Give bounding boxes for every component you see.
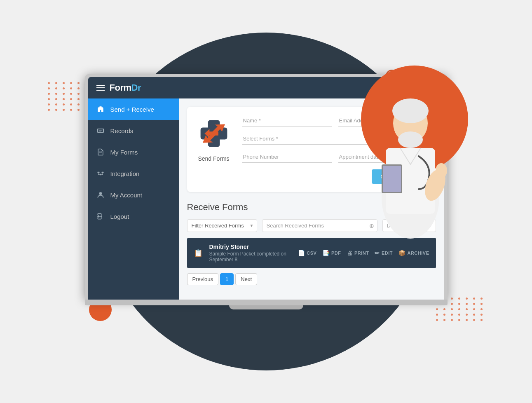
table-row: 📋 Dmitriy Stoner Sample Form Packet comp… bbox=[187, 238, 436, 268]
svg-rect-10 bbox=[101, 172, 103, 173]
send-forms-logo: Send Forms bbox=[195, 115, 232, 162]
edit-button[interactable]: ✏ EDIT bbox=[375, 250, 393, 256]
csv-label: CSV bbox=[307, 251, 316, 255]
sidebar-item-my-forms[interactable]: My Forms bbox=[88, 141, 179, 163]
svg-rect-9 bbox=[97, 172, 99, 173]
csv-button[interactable]: 📄 CSV bbox=[298, 250, 317, 256]
print-button[interactable]: 🖨 PRINT bbox=[347, 250, 369, 256]
sidebar-label-send-receive: Send + Receive bbox=[110, 106, 154, 113]
pdf-label: PDF bbox=[331, 251, 341, 255]
next-button[interactable]: Next bbox=[235, 273, 257, 285]
page-1-button[interactable]: 1 bbox=[220, 273, 234, 285]
svg-rect-11 bbox=[99, 174, 101, 175]
name-field bbox=[242, 115, 332, 127]
print-icon: 🖨 bbox=[347, 250, 353, 256]
sidebar-label-my-account: My Account bbox=[110, 192, 143, 199]
my-forms-icon bbox=[96, 148, 105, 156]
phone-input[interactable] bbox=[242, 151, 332, 163]
archive-label: ARCHIVE bbox=[407, 251, 429, 255]
doctor-area bbox=[353, 66, 468, 239]
sidebar-item-send-receive[interactable]: Send + Receive bbox=[88, 98, 179, 120]
pagination: Previous 1 Next bbox=[187, 273, 436, 285]
pdf-icon: 📑 bbox=[322, 250, 330, 256]
row-form-sub: Sample Form Packet completed on Septembe… bbox=[209, 251, 291, 262]
sidebar-item-records[interactable]: Records bbox=[88, 120, 179, 141]
sidebar-label-my-forms: My Forms bbox=[110, 149, 138, 156]
row-patient-name: Dmitriy Stoner bbox=[209, 244, 291, 250]
app-logo: FormDr bbox=[110, 82, 141, 93]
archive-button[interactable]: 📦 ARCHIVE bbox=[398, 250, 429, 256]
previous-button[interactable]: Previous bbox=[187, 273, 219, 285]
formdr-send-icon bbox=[195, 115, 232, 152]
row-form-icon: 📋 bbox=[194, 248, 203, 258]
sidebar-item-integration[interactable]: Integration bbox=[88, 163, 179, 184]
edit-icon: ✏ bbox=[375, 250, 380, 256]
sidebar-item-my-account[interactable]: My Account bbox=[88, 184, 179, 206]
name-input[interactable] bbox=[242, 115, 332, 127]
sidebar-item-logout[interactable]: Logout bbox=[88, 206, 179, 227]
my-account-icon bbox=[96, 191, 105, 199]
logout-icon bbox=[96, 212, 105, 220]
svg-rect-8 bbox=[383, 166, 401, 192]
filter-select-wrapper: Filter Received Forms ▼ bbox=[187, 219, 257, 232]
pdf-button[interactable]: 📑 PDF bbox=[322, 250, 341, 256]
sidebar-label-records: Records bbox=[110, 127, 134, 134]
row-info: Dmitriy Stoner Sample Form Packet comple… bbox=[209, 244, 291, 262]
phone-field bbox=[242, 151, 332, 163]
logo-area: FormDr bbox=[96, 82, 141, 93]
doctor-silhouette bbox=[365, 82, 456, 239]
archive-icon: 📦 bbox=[398, 250, 406, 256]
sidebar-label-logout: Logout bbox=[110, 213, 129, 220]
print-label: PRINT bbox=[354, 251, 369, 255]
logo-dr: Dr bbox=[131, 82, 141, 93]
laptop-base bbox=[85, 300, 448, 305]
svg-point-12 bbox=[99, 192, 102, 195]
filter-received-forms[interactable]: Filter Received Forms bbox=[187, 219, 257, 232]
csv-icon: 📄 bbox=[298, 250, 305, 256]
send-receive-icon bbox=[96, 105, 105, 113]
hamburger-icon[interactable] bbox=[96, 85, 105, 91]
svg-point-6 bbox=[436, 163, 447, 178]
svg-point-2 bbox=[392, 98, 429, 123]
row-actions: 📄 CSV 📑 PDF 🖨 PRINT bbox=[298, 250, 429, 256]
sidebar-label-integration: Integration bbox=[110, 170, 140, 177]
edit-label: EDIT bbox=[382, 251, 393, 255]
records-icon bbox=[96, 127, 105, 135]
send-forms-label: Send Forms bbox=[198, 155, 229, 162]
integration-icon bbox=[96, 169, 105, 178]
sidebar: Send + Receive Records bbox=[88, 98, 179, 300]
svg-point-3 bbox=[398, 131, 423, 148]
